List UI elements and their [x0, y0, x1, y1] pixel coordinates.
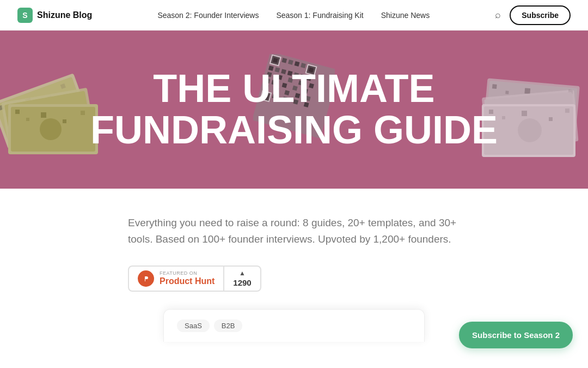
svg-rect-16 — [63, 119, 66, 123]
svg-rect-63 — [524, 88, 530, 94]
ph-text-block: FEATURED ON Product Hunt — [160, 271, 215, 286]
nav-link-season1[interactable]: Season 1: Fundraising Kit — [276, 11, 363, 20]
ph-logo-svg — [141, 274, 151, 283]
svg-rect-75 — [549, 117, 553, 121]
svg-rect-17 — [81, 111, 85, 115]
search-icon[interactable]: ⌕ — [495, 9, 501, 21]
svg-rect-76 — [565, 108, 569, 113]
logo-icon: S — [17, 8, 33, 23]
tag-saas: SaaS — [177, 319, 210, 332]
product-hunt-badge[interactable]: FEATURED ON Product Hunt ▲ 1290 — [128, 266, 261, 292]
svg-point-18 — [40, 118, 62, 140]
hero-title: THE ULTIMATE FUNDRAISING GUIDE — [90, 68, 498, 150]
svg-rect-15 — [41, 112, 46, 118]
logo-text: Shizune Blog — [37, 10, 92, 20]
svg-rect-13 — [15, 110, 20, 114]
content-description: Everything you need to raise a round: 8 … — [128, 215, 465, 248]
product-hunt-logo — [138, 270, 154, 287]
svg-rect-14 — [26, 118, 29, 121]
nav-link-news[interactable]: Shizune News — [381, 11, 430, 20]
navbar: S Shizune Blog Season 2: Founder Intervi… — [0, 0, 588, 31]
ph-left: FEATURED ON Product Hunt — [129, 267, 224, 291]
subscribe-floating-button[interactable]: Subscribe to Season 2 — [459, 322, 573, 348]
svg-point-77 — [518, 118, 542, 142]
ph-vote-section: ▲ 1290 — [224, 269, 260, 287]
ph-upvote-icon: ▲ — [239, 269, 246, 277]
nav-right: ⌕ Subscribe — [495, 5, 571, 25]
ph-vote-count: 1290 — [233, 278, 251, 287]
svg-rect-74 — [522, 111, 527, 116]
nav-link-season2[interactable]: Season 2: Founder Interviews — [157, 11, 259, 20]
nav-logo[interactable]: S Shizune Blog — [17, 8, 92, 23]
preview-tags: SaaS B2B — [177, 319, 411, 332]
tag-b2b: B2B — [214, 319, 243, 332]
nav-links: Season 2: Founder Interviews Season 1: F… — [157, 11, 430, 20]
svg-rect-62 — [505, 91, 509, 94]
ph-featured-label: FEATURED ON — [160, 271, 215, 276]
ph-product-name: Product Hunt — [160, 276, 215, 286]
svg-rect-73 — [502, 116, 505, 119]
preview-card: SaaS B2B — [163, 309, 425, 342]
main-content: Everything you need to raise a round: 8 … — [0, 189, 588, 309]
subscribe-button[interactable]: Subscribe — [510, 5, 571, 25]
hero-section: THE ULTIMATE FUNDRAISING GUIDE — [0, 31, 588, 189]
